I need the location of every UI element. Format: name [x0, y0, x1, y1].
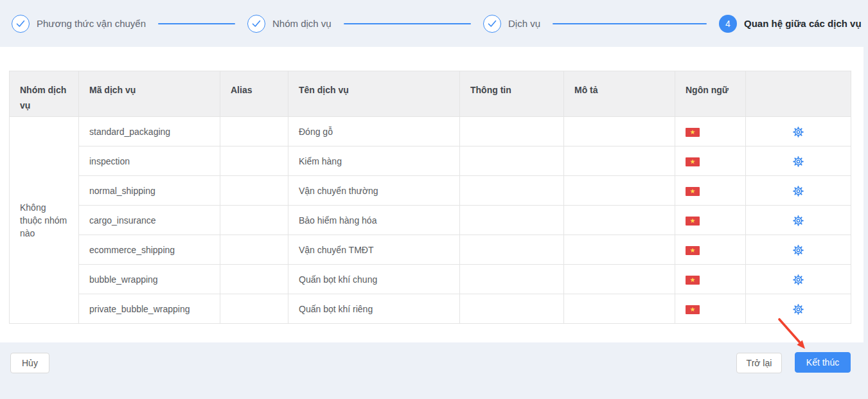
desc-cell	[564, 206, 675, 235]
table-row: normal_shipping Vận chuyển thường ★	[10, 176, 851, 206]
actions-cell	[746, 265, 851, 294]
settings-gear-icon[interactable]	[793, 127, 804, 137]
language-cell: ★	[675, 176, 746, 206]
desc-cell	[564, 235, 675, 265]
step-service-relations[interactable]: 4 Quan hệ giữa các dịch vụ	[719, 15, 849, 33]
language-cell: ★	[675, 265, 746, 294]
actions-cell	[746, 117, 851, 146]
service-name-cell: Quấn bọt khí chung	[288, 265, 460, 294]
table-row: bubble_wrapping Quấn bọt khí chung ★	[10, 265, 851, 294]
service-name-cell: Đóng gỗ	[288, 117, 460, 146]
language-cell: ★	[675, 294, 746, 324]
service-name-cell: Vận chuyển thường	[288, 176, 460, 206]
vietnam-flag-icon: ★	[686, 128, 700, 137]
alias-cell	[220, 146, 288, 176]
flag-star: ★	[690, 188, 696, 194]
service-name-cell: Bảo hiểm hàng hóa	[288, 206, 460, 235]
vietnam-flag-icon: ★	[686, 157, 700, 166]
step-label: Phương thức vận chuyển	[37, 18, 146, 29]
service-code-cell: normal_shipping	[79, 176, 220, 206]
step-progress-bar: Phương thức vận chuyển Nhóm dịch vụ Dịch…	[0, 0, 864, 47]
language-cell: ★	[675, 206, 746, 235]
back-button[interactable]: Trở lại	[736, 353, 782, 373]
table-row: cargo_insurance Bảo hiểm hàng hóa ★	[10, 206, 851, 235]
alias-cell	[220, 265, 288, 294]
settings-gear-icon[interactable]	[793, 156, 804, 167]
step-service[interactable]: Dịch vụ	[483, 15, 719, 33]
info-cell	[460, 146, 564, 176]
cancel-button[interactable]: Hủy	[10, 353, 49, 373]
desc-cell	[564, 176, 675, 206]
service-name-cell: Quấn bọt khí riêng	[288, 294, 460, 324]
service-code-cell: private_bubble_wrapping	[79, 294, 220, 324]
table-row: ecommerce_shipping Vận chuyển TMĐT ★	[10, 235, 851, 265]
col-header-desc: Mô tả	[564, 71, 675, 117]
settings-gear-icon[interactable]	[793, 274, 804, 285]
flag-star: ★	[690, 306, 696, 312]
service-code-cell: cargo_insurance	[79, 206, 220, 235]
col-header-code: Mã dịch vụ	[79, 71, 220, 117]
vietnam-flag-icon: ★	[686, 217, 700, 226]
check-circle-icon	[247, 15, 265, 33]
alias-cell	[220, 176, 288, 206]
desc-cell	[564, 294, 675, 324]
info-cell	[460, 235, 564, 265]
step-label: Nhóm dịch vụ	[272, 18, 332, 29]
check-circle-icon	[12, 15, 30, 33]
table-row: Không thuộc nhóm nàostandard_packaging Đ…	[10, 117, 851, 146]
table-body: Không thuộc nhóm nàostandard_packaging Đ…	[10, 117, 851, 324]
step-label: Quan hệ giữa các dịch vụ	[744, 18, 862, 29]
flag-star: ★	[690, 276, 696, 283]
actions-cell	[746, 235, 851, 265]
alias-cell	[220, 117, 288, 146]
table-row: inspection Kiểm hàng ★	[10, 146, 851, 176]
step-service-group[interactable]: Nhóm dịch vụ	[247, 15, 483, 33]
alias-cell	[220, 206, 288, 235]
info-cell	[460, 294, 564, 324]
col-header-actions	[746, 71, 851, 117]
col-header-alias: Alias	[220, 71, 288, 117]
step-label: Dịch vụ	[508, 18, 540, 29]
info-cell	[460, 265, 564, 294]
settings-gear-icon[interactable]	[793, 186, 804, 197]
settings-gear-icon[interactable]	[793, 304, 804, 315]
vietnam-flag-icon: ★	[686, 187, 700, 196]
finish-button[interactable]: Kết thúc	[795, 352, 851, 373]
language-cell: ★	[675, 235, 746, 265]
col-header-language: Ngôn ngữ	[675, 71, 746, 117]
flag-star: ★	[690, 129, 696, 135]
flag-star: ★	[690, 158, 696, 164]
service-name-cell: Kiểm hàng	[288, 146, 460, 176]
actions-cell	[746, 294, 851, 324]
step-connector	[158, 23, 235, 24]
col-header-name: Tên dịch vụ	[288, 71, 460, 117]
desc-cell	[564, 265, 675, 294]
actions-cell	[746, 206, 851, 235]
service-code-cell: inspection	[79, 146, 220, 176]
services-table: Nhóm dịch vụ Mã dịch vụ Alias Tên dịch v…	[9, 71, 851, 324]
language-cell: ★	[675, 117, 746, 146]
table-row: private_bubble_wrapping Quấn bọt khí riê…	[10, 294, 851, 324]
service-name-cell: Vận chuyển TMĐT	[288, 235, 460, 265]
group-cell: Không thuộc nhóm nào	[10, 117, 79, 324]
step-number-badge: 4	[719, 15, 737, 33]
wizard-page: Phương thức vận chuyển Nhóm dịch vụ Dịch…	[0, 0, 868, 399]
service-code-cell: bubble_wrapping	[79, 265, 220, 294]
service-code-cell: ecommerce_shipping	[79, 235, 220, 265]
alias-cell	[220, 235, 288, 265]
check-circle-icon	[483, 15, 501, 33]
flag-star: ★	[690, 217, 696, 224]
col-header-group: Nhóm dịch vụ	[10, 71, 79, 117]
content-panel: Nhóm dịch vụ Mã dịch vụ Alias Tên dịch v…	[0, 47, 864, 342]
vietnam-flag-icon: ★	[686, 276, 700, 285]
vietnam-flag-icon: ★	[686, 246, 700, 255]
col-header-info: Thông tin	[460, 71, 564, 117]
desc-cell	[564, 146, 675, 176]
alias-cell	[220, 294, 288, 324]
service-code-cell: standard_packaging	[79, 117, 220, 146]
vietnam-flag-icon: ★	[686, 305, 700, 314]
desc-cell	[564, 117, 675, 146]
settings-gear-icon[interactable]	[793, 215, 804, 226]
step-shipping-method[interactable]: Phương thức vận chuyển	[12, 15, 247, 33]
settings-gear-icon[interactable]	[793, 245, 804, 256]
